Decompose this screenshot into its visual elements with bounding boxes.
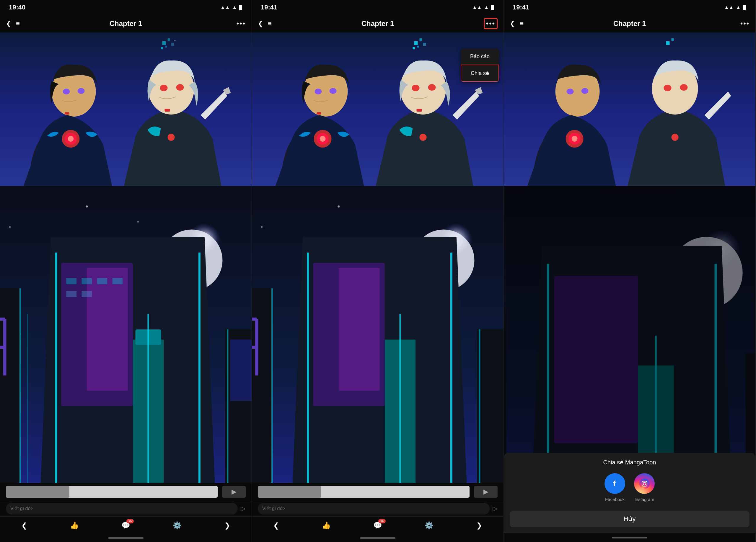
svg-point-77	[261, 226, 263, 228]
back-icon-3[interactable]: ❮	[510, 20, 515, 27]
share-sheet-3: Chia sẻ MangaToon f Facebook	[504, 453, 755, 533]
more-button-2[interactable]: •••	[484, 18, 498, 29]
wifi-icon-2: ▲	[484, 5, 489, 10]
home-indicator-3	[504, 533, 755, 542]
comment-input-1[interactable]	[6, 503, 238, 515]
comment-button-2[interactable]: 💬 382	[373, 521, 382, 530]
facebook-share-3[interactable]: f Facebook	[605, 473, 625, 502]
list-icon-3[interactable]: ≡	[520, 20, 524, 27]
next-chapter-button-2[interactable]: ▶	[474, 486, 498, 498]
svg-rect-43	[97, 278, 107, 284]
dropdown-share-2[interactable]: Chia sẻ	[461, 65, 499, 82]
panel-3: 19:41 ▲▲ ▲ ▊ ❮ ≡ Chapter 1 •••	[504, 0, 756, 542]
wifi-icon-3: ▲	[736, 5, 741, 10]
bottom-nav-2: ❮ 👍 💬 382 ⚙️ ❯	[252, 516, 504, 534]
back-icon-2[interactable]: ❮	[258, 20, 263, 27]
comic-area-3: Chia sẻ MangaToon f Facebook	[504, 32, 755, 533]
progress-area-1: ▶	[0, 483, 252, 501]
svg-point-13	[68, 136, 74, 142]
signal-icon-3: ▲▲	[724, 5, 734, 10]
status-icons-3: ▲▲ ▲ ▊	[724, 5, 747, 10]
svg-rect-56	[417, 46, 419, 48]
more-button-3[interactable]: •••	[740, 19, 750, 28]
next-arrow-icon-1: ▶	[232, 488, 237, 496]
svg-point-61	[315, 89, 322, 95]
svg-rect-4	[171, 43, 174, 46]
list-icon-1[interactable]: ≡	[16, 20, 20, 27]
back-icon-1[interactable]: ❮	[6, 20, 11, 27]
cancel-button-3[interactable]: Hủy	[510, 511, 750, 527]
send-button-2[interactable]: ▷	[493, 505, 498, 512]
comment-badge-1: 382	[126, 519, 134, 523]
signal-icon-1: ▲▲	[220, 5, 230, 10]
svg-rect-5	[161, 47, 163, 49]
manga-top-3	[504, 32, 755, 186]
next-button-2[interactable]: ❯	[476, 521, 482, 530]
svg-rect-44	[113, 278, 123, 284]
svg-rect-2	[168, 38, 170, 41]
svg-point-62	[330, 88, 337, 94]
comic-area-2: Báo cáo Chia sẻ	[252, 32, 504, 483]
instagram-share-3[interactable]: Instagram	[634, 473, 655, 502]
svg-rect-6	[174, 40, 176, 41]
progress-bar-2	[258, 486, 470, 498]
progress-fill-1	[6, 486, 69, 498]
status-time-1: 19:40	[9, 4, 25, 11]
comment-input-2[interactable]	[258, 503, 490, 515]
svg-point-18	[176, 84, 184, 91]
svg-rect-91	[672, 38, 674, 41]
nav-bar-1: ❮ ≡ Chapter 1 •••	[0, 15, 252, 32]
bottom-nav-1: ❮ 👍 💬 382 ⚙️ ❯	[0, 516, 252, 534]
progress-area-2: ▶	[252, 483, 504, 501]
svg-point-69	[412, 85, 420, 91]
home-bar-3	[612, 537, 647, 538]
nav-bar-2: ❮ ≡ Chapter 1 •••	[252, 15, 504, 32]
list-icon-2[interactable]: ≡	[268, 20, 272, 27]
svg-point-9	[63, 89, 70, 95]
svg-rect-46	[82, 291, 92, 297]
signal-icon-2: ▲▲	[472, 5, 482, 10]
svg-rect-71	[417, 109, 422, 112]
battery-icon-1: ▊	[239, 5, 243, 10]
status-bar-2: 19:41 ▲▲ ▲ ▊	[252, 0, 504, 15]
status-bar-1: 19:40 ▲▲ ▲ ▊	[0, 0, 252, 15]
like-button-2[interactable]: 👍	[322, 521, 331, 530]
next-chapter-button-1[interactable]: ▶	[222, 486, 246, 498]
settings-button-1[interactable]: ⚙️	[173, 521, 182, 530]
like-button-1[interactable]: 👍	[70, 521, 79, 530]
svg-rect-14	[65, 112, 69, 115]
comment-area-2: ▷	[252, 501, 504, 516]
svg-point-26	[86, 206, 88, 208]
progress-bar-1	[6, 486, 218, 498]
panel-2: 19:41 ▲▲ ▲ ▊ ❮ ≡ Chapter 1 •••	[252, 0, 504, 542]
comment-area-1: ▷	[0, 501, 252, 516]
send-button-1[interactable]: ▷	[241, 505, 246, 512]
manga-bottom-2	[252, 186, 504, 483]
status-time-3: 19:41	[513, 4, 529, 11]
status-bar-3: 19:41 ▲▲ ▲ ▊	[504, 0, 755, 15]
home-indicator-1	[0, 534, 252, 542]
bottom-controls-2: ▶ ▷ ❮ 👍 💬 382 ⚙️ ❯	[252, 483, 504, 542]
status-icons-1: ▲▲ ▲ ▊	[220, 5, 243, 10]
instagram-label-3: Instagram	[635, 497, 654, 502]
svg-point-117	[639, 478, 650, 489]
facebook-icon-3: f	[605, 473, 625, 494]
comment-button-1[interactable]: 💬 382	[121, 521, 130, 530]
manga-top-1	[0, 32, 252, 186]
more-button-1[interactable]: •••	[237, 19, 246, 28]
next-button-1[interactable]: ❯	[224, 521, 230, 530]
dropdown-report-2[interactable]: Báo cáo	[461, 49, 499, 65]
prev-button-1[interactable]: ❮	[21, 521, 27, 530]
bottom-spacer-3	[504, 533, 755, 542]
svg-rect-90	[666, 41, 670, 45]
facebook-label-3: Facebook	[605, 497, 625, 502]
svg-point-17	[160, 85, 168, 91]
svg-rect-55	[420, 38, 422, 41]
prev-button-2[interactable]: ❮	[273, 521, 279, 530]
svg-point-102	[680, 84, 688, 91]
nav-left-3: ❮ ≡	[510, 20, 524, 27]
settings-button-2[interactable]: ⚙️	[425, 521, 434, 530]
nav-left-2: ❮ ≡	[258, 20, 272, 27]
battery-icon-3: ▊	[743, 5, 747, 10]
svg-point-78	[338, 206, 340, 208]
